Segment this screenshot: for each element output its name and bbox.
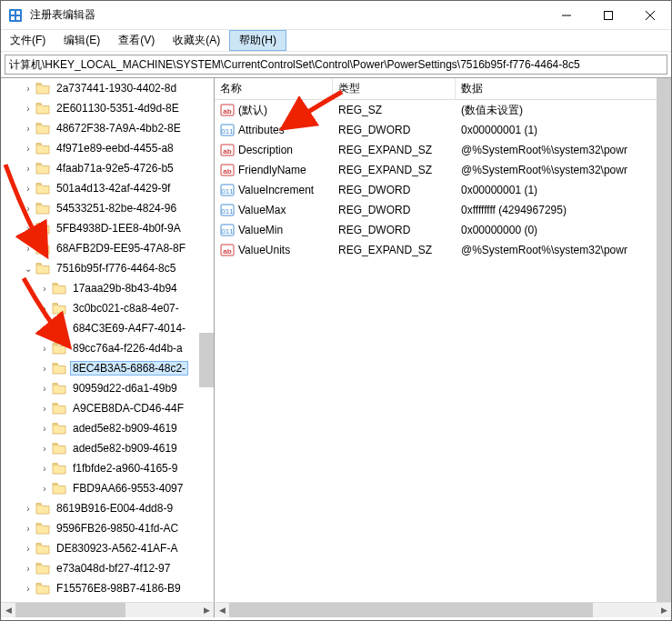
tree-item[interactable]: ›5FB4938D-1EE8-4b0f-9A [1,218,214,238]
tree-item-label: 54533251-82be-4824-96 [54,201,179,215]
col-header-type[interactable]: 类型 [333,78,456,99]
menu-file[interactable]: 文件(F) [1,30,55,51]
list-hscroll[interactable]: ◀ ▶ [215,603,671,617]
binary-value-icon: 011 [220,203,235,217]
tree-item[interactable]: ⌄7516b95f-f776-4464-8c5 [1,258,214,278]
tree-item[interactable]: ›aded5e82-b909-4619 [1,438,214,458]
expand-caret-icon[interactable]: › [23,84,34,94]
tree-item-label: DE830923-A562-41AF-A [54,541,180,556]
tree-pane[interactable]: ›2a737441-1930-4402-8d›2E601130-5351-4d9… [1,78,215,602]
expand-caret-icon[interactable]: › [39,444,50,454]
tree-item[interactable]: ›DE830923-A562-41AF-A [1,538,214,558]
list-row[interactable]: ab(默认)REG_SZ(数值未设置) [215,100,671,120]
col-header-data[interactable]: 数据 [456,78,671,99]
menu-view[interactable]: 查看(V) [109,30,164,51]
menu-favorites[interactable]: 收藏夹(A) [164,30,229,51]
tree-item[interactable]: ›89cc76a4-f226-4d4b-a [1,338,214,358]
col-header-name[interactable]: 名称 [215,78,333,99]
list-row[interactable]: 011ValueMinREG_DWORD0x00000000 (0) [215,220,671,240]
cell-data: @%SystemRoot%\system32\powr [456,244,671,256]
tree-item-label: aded5e82-b909-4619 [70,421,180,436]
expand-caret-icon[interactable]: ⌄ [23,264,34,274]
list-row[interactable]: 011AttributesREG_DWORD0x00000001 (1) [215,120,671,140]
tree-item[interactable]: ›501a4d13-42af-4429-9f [1,178,214,198]
tree-item[interactable]: ›684C3E69-A4F7-4014- [1,318,214,338]
expand-caret-icon[interactable]: › [23,224,34,234]
scroll-right-icon[interactable]: ▶ [199,603,214,617]
expand-caret-icon[interactable]: › [39,324,50,334]
expand-caret-icon[interactable]: › [23,584,34,594]
expand-caret-icon[interactable]: › [39,424,50,434]
list-vscroll-thumb[interactable] [657,78,671,602]
tree-item[interactable]: ›FBD9AA66-9553-4097 [1,478,214,498]
list-row[interactable]: abDescriptionREG_EXPAND_SZ@%SystemRoot%\… [215,140,671,160]
tree-item[interactable]: ›4f971e89-eebd-4455-a8 [1,138,214,158]
tree-vscroll-thumb[interactable] [199,333,214,387]
tree-item[interactable]: ›F15576E8-98B7-4186-B9 [1,578,214,598]
maximize-button[interactable] [587,1,629,29]
string-value-icon: ab [220,163,235,177]
expand-caret-icon[interactable]: › [23,124,34,134]
expand-caret-icon[interactable]: › [23,524,34,534]
list-row[interactable]: abValueUnitsREG_EXPAND_SZ@%SystemRoot%\s… [215,240,671,260]
tree-item[interactable]: ›17aaa29b-8b43-4b94 [1,278,214,298]
list-hscroll-thumb[interactable] [229,603,593,617]
expand-caret-icon[interactable]: › [23,504,34,514]
expand-caret-icon[interactable]: › [23,564,34,574]
tree-item[interactable]: ›2E601130-5351-4d9d-8E [1,98,214,118]
expand-caret-icon[interactable]: › [39,464,50,474]
folder-icon [35,582,50,595]
list-pane[interactable]: 名称 类型 数据 ab(默认)REG_SZ(数值未设置)011Attribute… [215,78,671,602]
expand-caret-icon[interactable]: › [39,484,50,494]
folder-icon [35,122,50,135]
tree-item[interactable]: ›3c0bc021-c8a8-4e07- [1,298,214,318]
tree-hscroll[interactable]: ◀ ▶ [1,603,215,617]
list-vscroll[interactable] [657,78,671,602]
tree-item[interactable]: ›2a737441-1930-4402-8d [1,78,214,98]
expand-caret-icon[interactable]: › [39,404,50,414]
menu-help[interactable]: 帮助(H) [229,30,286,51]
list-row[interactable]: 011ValueMaxREG_DWORD0xffffffff (42949672… [215,200,671,220]
svg-text:ab: ab [223,167,231,175]
tree-item[interactable]: ›aded5e82-b909-4619 [1,418,214,438]
tree-item[interactable]: ›e73a048d-bf27-4f12-97 [1,558,214,578]
expand-caret-icon[interactable]: › [23,204,34,214]
tree-item[interactable]: ›48672F38-7A9A-4bb2-8E [1,118,214,138]
expand-caret-icon[interactable]: › [23,244,34,254]
address-bar[interactable]: 计算机\HKEY_LOCAL_MACHINE\SYSTEM\CurrentCon… [5,55,667,75]
folder-icon [52,342,66,355]
expand-caret-icon[interactable]: › [39,364,50,374]
scroll-left-icon[interactable]: ◀ [215,603,229,617]
scroll-left-icon[interactable]: ◀ [1,603,15,617]
tree-hscroll-thumb[interactable] [15,603,125,617]
tree-item[interactable]: ›68AFB2D9-EE95-47A8-8F [1,238,214,258]
tree-item[interactable]: ›8EC4B3A5-6868-48c2- [1,358,214,378]
tree-item[interactable]: ›9596FB26-9850-41fd-AC [1,518,214,538]
expand-caret-icon[interactable]: › [23,144,34,154]
tree-item[interactable]: ›4faab71a-92e5-4726-b5 [1,158,214,178]
minimize-button[interactable] [546,1,587,29]
expand-caret-icon[interactable]: › [39,344,50,354]
expand-caret-icon[interactable]: › [39,284,50,294]
expand-caret-icon[interactable]: › [39,304,50,314]
svg-text:011: 011 [221,207,234,215]
tree-item[interactable]: ›A9CEB8DA-CD46-44F [1,398,214,418]
expand-caret-icon[interactable]: › [23,184,34,194]
expand-caret-icon[interactable]: › [23,544,34,554]
tree-item[interactable]: ›f1fbfde2-a960-4165-9 [1,458,214,478]
svg-rect-4 [16,16,20,20]
expand-caret-icon[interactable]: › [39,384,50,394]
string-value-icon: ab [220,143,235,157]
list-row[interactable]: 011ValueIncrementREG_DWORD0x00000001 (1) [215,180,671,200]
tree-item[interactable]: ›8619B916-E004-4dd8-9 [1,498,214,518]
tree-item[interactable]: ›54533251-82be-4824-96 [1,198,214,218]
close-button[interactable] [629,1,671,29]
tree-item[interactable]: ›90959d22-d6a1-49b9 [1,378,214,398]
cell-type: REG_EXPAND_SZ [333,164,456,176]
list-row[interactable]: abFriendlyNameREG_EXPAND_SZ@%SystemRoot%… [215,160,671,180]
expand-caret-icon[interactable]: › [23,164,34,174]
folder-icon [35,202,50,215]
menu-edit[interactable]: 编辑(E) [55,30,109,51]
expand-caret-icon[interactable]: › [23,104,34,114]
scroll-right-icon[interactable]: ▶ [657,603,671,617]
